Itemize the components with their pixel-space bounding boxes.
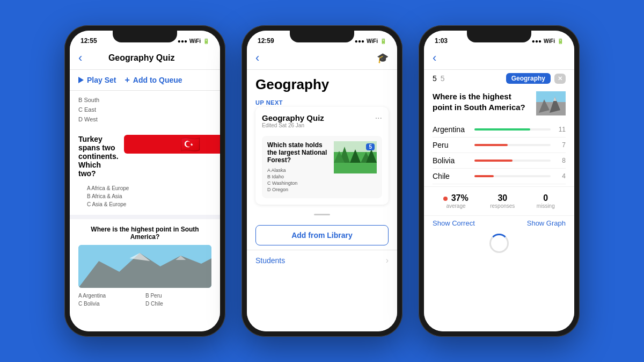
result-bar-argentina [474,128,551,131]
phone1-content: Play Set + Add to Queue B South C East D… [70,70,220,331]
divider-1 [70,215,220,219]
phone3-content: 5 5 Geography ✕ Where is the highest poi… [424,70,574,331]
show-graph-button[interactable]: Show Graph [527,219,566,227]
q1-opt-b: B Africa & Asia [87,192,203,200]
question1-box: Turkey spans two continents. Which two? … [78,135,211,178]
result-row-peru: Peru 7 [433,137,566,153]
quiz-card: Geography Quiz Edited Sat 26 Jan ··· Whi… [255,107,389,205]
nav-bar-2: ‹ 🎓 [247,48,397,70]
progress-row: 5 5 Geography ✕ [424,70,574,87]
question2-section: Where is the highest point in South Amer… [70,219,220,314]
phone3-bottom [424,230,574,256]
more-options-button[interactable]: ··· [375,113,382,123]
add-to-queue-button[interactable]: + Add to Queue [125,75,182,85]
stat-missing-label: missing [537,203,555,209]
battery-icon-1: 🔋 [203,38,209,44]
stat-responses-value: 30 [490,193,515,203]
stat-dot [443,197,448,201]
phone-2-screen: 12:59 ●●● WiFi 🔋 ‹ 🎓 Geography UP NEXT [247,31,397,331]
q1-opt-a: A Africa & Europe [87,184,203,192]
p-opt-c: C Washington [267,180,330,186]
play-set-button[interactable]: Play Set [78,76,116,84]
question1-options: A Africa & Europe B Africa & Asia C Asia… [78,184,211,208]
result-name-peru: Peru [433,141,470,149]
nav-bar-3: ‹ [424,48,574,70]
q2-opt-a: A Argentina [78,292,144,299]
preview-image-wrap: 5 [334,141,377,193]
preview-text: Which state holds the largest National F… [267,141,330,193]
back-button-2[interactable]: ‹ [255,51,259,65]
add-from-library-button[interactable]: Add from Library [255,225,389,245]
q2-opt-b: B Peru [145,292,211,299]
question2-options: A Argentina B Peru C Bolivia D Chile [78,292,211,307]
signal-icon-3: ●●● [532,38,541,44]
show-correct-button[interactable]: Show Correct [433,219,475,227]
question2-text: Where is the highest point in South Amer… [78,226,211,241]
back-button-1[interactable]: ‹ [78,51,82,65]
circle-progress [489,234,509,253]
phone-2: 12:59 ●●● WiFi 🔋 ‹ 🎓 Geography UP NEXT [241,25,402,337]
stat-average-label: average [443,203,468,209]
students-row[interactable]: Students › [247,250,397,271]
result-bar-peru [474,144,551,146]
quiz-card-header: Geography Quiz Edited Sat 26 Jan ··· [262,113,382,133]
phone-1-screen: 12:55 ●●● WiFi 🔋 ‹ Geography Quiz P [70,31,220,331]
up-next-label: UP NEXT [247,95,397,107]
category-badge: Geography [506,73,551,84]
result-count-peru: 7 [555,141,566,149]
phone-1: 12:55 ●●● WiFi 🔋 ‹ Geography Quiz P [64,25,225,337]
battery-icon-2: 🔋 [380,38,386,44]
results-section: Argentina 11 Peru 7 Boli [424,120,574,186]
question1-text: Turkey spans two continents. Which two? [78,135,119,178]
signal-icon-2: ●●● [355,38,364,44]
result-count-chile: 4 [555,172,566,180]
result-row-argentina: Argentina 11 [433,122,566,137]
students-label: Students [255,256,285,265]
preview-badge: 5 [366,143,375,150]
p-opt-d: D Oregon [267,186,330,193]
time-3: 1:03 [435,37,448,45]
status-icons-1: ●●● WiFi 🔋 [178,38,209,44]
preview-question: Which state holds the largest National F… [267,141,330,164]
time-2: 12:59 [258,37,274,45]
result-row-bolivia: Bolivia 8 [433,153,566,169]
option-c: C East [70,105,220,114]
result-count-bolivia: 8 [555,157,566,164]
back-button-3[interactable]: ‹ [433,51,436,65]
wifi-icon-2: WiFi [367,38,378,44]
progress-total: 5 [438,74,445,83]
result-bar-bolivia [474,160,551,162]
turkey-flag-image: 🇹🇷 [124,135,220,154]
stat-average: 37% average [443,193,468,209]
stat-average-value: 37% [443,193,468,203]
chevron-right-icon: › [386,256,389,265]
plus-icon: + [125,75,129,85]
mountain-image [78,245,211,288]
result-count-argentina: 11 [555,126,566,133]
result-row-chile: Chile 4 [433,169,566,184]
stat-missing-value: 0 [537,193,555,203]
phone-1-notch [113,31,177,42]
play-icon [78,77,84,83]
stats-row: 37% average 30 responses 0 missing [424,186,574,215]
phone2-content: Geography UP NEXT Geography Quiz Edited … [247,70,397,331]
question-thumbnail [536,91,566,115]
scroll-dot [314,214,330,215]
education-icon: 🎓 [377,52,389,64]
close-button[interactable]: ✕ [554,74,566,84]
action-bar-1: Play Set + Add to Queue [70,70,220,91]
phone-3-screen: 1:03 ●●● WiFi 🔋 ‹ 5 5 Geography [424,31,574,331]
result-bar-fill-peru [474,144,508,146]
question1-section: Turkey spans two continents. Which two? … [70,128,220,215]
result-name-bolivia: Bolivia [433,156,470,165]
nav-title-1: Geography Quiz [108,53,175,63]
scroll-indicator [247,205,397,221]
nav-bar-1: ‹ Geography Quiz [70,48,220,70]
result-name-chile: Chile [433,172,470,180]
progress-current: 5 [433,74,437,83]
status-icons-2: ●●● WiFi 🔋 [355,38,386,44]
option-d: D West [70,114,220,124]
result-bar-fill-argentina [474,128,530,131]
quiz-card-title: Geography Quiz Edited Sat 26 Jan [262,113,324,133]
stat-responses: 30 responses [490,193,515,209]
